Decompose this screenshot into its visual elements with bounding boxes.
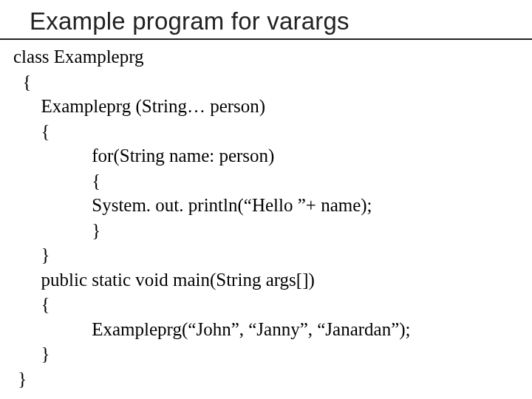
slide-title: Example program for varargs	[30, 7, 532, 35]
code-block: class Exampleprg { Exampleprg (String… p…	[13, 44, 532, 391]
title-underline	[0, 38, 532, 40]
slide: Example program for varargs class Exampl…	[0, 0, 532, 399]
